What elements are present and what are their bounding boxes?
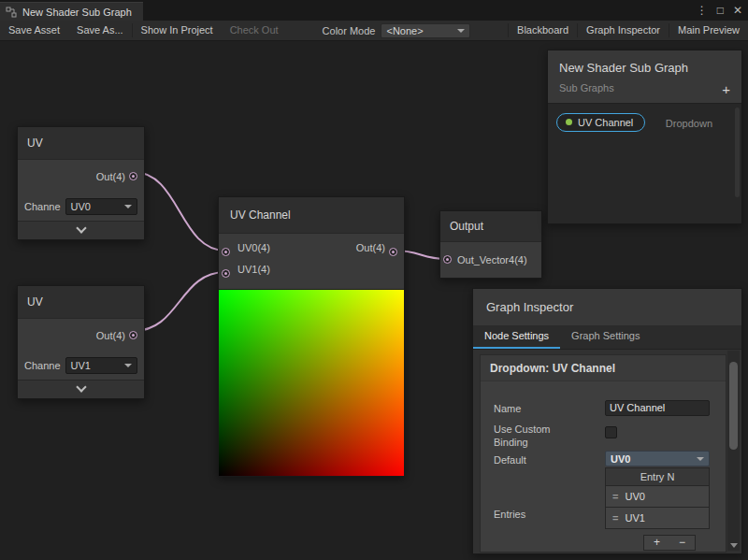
input-port-label: Out_Vector4(4) — [457, 254, 527, 266]
save-asset-button[interactable]: Save Asset — [0, 21, 68, 40]
default-dropdown[interactable]: UV0 — [605, 451, 710, 467]
entry-row-uv0[interactable]: = UV0 — [605, 486, 710, 508]
window-controls: ⋮ □ ✕ — [697, 0, 742, 21]
scrollbar-thumb[interactable] — [729, 362, 738, 450]
out-port-label: Out(4) — [96, 171, 125, 182]
entries-list-footer: + − — [643, 535, 696, 551]
node-uv-bottom[interactable]: UV Out(4) Channe UV1 — [17, 285, 145, 399]
output-port[interactable] — [389, 248, 397, 256]
node-uv-top[interactable]: UV Out(4) Channe UV0 — [17, 126, 145, 240]
color-mode-dropdown[interactable]: <None> — [381, 23, 470, 38]
window-tab[interactable]: New Shader Sub Graph — [0, 2, 143, 21]
main-preview-toggle-button[interactable]: Main Preview — [669, 21, 748, 40]
node-output-row: Out(4) — [18, 160, 144, 193]
node-title[interactable]: UV — [18, 127, 144, 160]
entry-row-uv1[interactable]: = UV1 — [605, 508, 710, 529]
drag-handle-icon[interactable]: = — [612, 491, 618, 502]
shader-graph-tab-icon — [6, 7, 17, 18]
input-port[interactable] — [443, 255, 452, 264]
input-port-label-uv0: UV0(4) — [237, 242, 270, 253]
collapse-preview-button[interactable] — [18, 380, 144, 398]
name-input[interactable]: UV Channel — [605, 400, 710, 416]
node-preview-image — [219, 289, 404, 476]
blackboard-item-type: Dropdown — [666, 118, 712, 129]
add-entry-button[interactable]: + — [644, 536, 669, 550]
channel-row: Channe UV0 — [18, 193, 144, 221]
blackboard-list: UV Channel Dropdown — [548, 104, 741, 224]
node-uv-channel[interactable]: UV Channel UV0(4) UV1(4) Out(4) — [218, 196, 405, 477]
blackboard-panel: New Shader Sub Graph Sub Graphs + UV Cha… — [547, 50, 742, 224]
entries-field-label: Entries — [494, 509, 525, 520]
channel-value: UV1 — [71, 360, 91, 371]
entry-label: UV0 — [625, 491, 644, 502]
tab-node-settings[interactable]: Node Settings — [473, 325, 560, 349]
blackboard-item-uv-channel[interactable]: UV Channel — [556, 113, 645, 132]
graph-toolbar: Save Asset Save As... Show In Project Ch… — [0, 21, 748, 41]
blackboard-toggle-button[interactable]: Blackboard — [509, 21, 577, 40]
blackboard-scrollbar[interactable] — [735, 108, 740, 197]
remove-entry-button[interactable]: − — [669, 536, 695, 550]
chevron-down-icon — [76, 381, 86, 392]
graph-inspector-toggle-button[interactable]: Graph Inspector — [578, 21, 669, 40]
exposed-dot-icon — [566, 119, 572, 125]
input-port-label-uv1: UV1(4) — [237, 264, 270, 275]
node-title[interactable]: UV — [18, 286, 144, 319]
color-mode-label: Color Mode — [317, 25, 381, 36]
blackboard-header[interactable]: New Shader Sub Graph Sub Graphs + — [548, 50, 741, 104]
entry-label: UV1 — [625, 512, 644, 524]
close-icon[interactable]: ✕ — [733, 4, 742, 17]
scrollbar-down-arrow-icon[interactable] — [730, 543, 738, 548]
output-port[interactable] — [129, 331, 137, 339]
toolbar-right-group: Blackboard Graph Inspector Main Preview — [508, 21, 748, 41]
node-input-row: Out_Vector4(4) — [440, 242, 541, 278]
node-output-row: Out(4) — [18, 319, 144, 352]
use-custom-binding-checkbox[interactable] — [605, 426, 617, 438]
node-title[interactable]: Output — [440, 211, 541, 242]
dropdown-arrow-icon — [697, 457, 704, 461]
blackboard-item-label: UV Channel — [578, 117, 633, 128]
dropdown-arrow-icon — [124, 364, 132, 367]
drag-handle-icon[interactable]: = — [612, 512, 618, 524]
window-tab-title: New Shader Sub Graph — [22, 7, 132, 18]
channel-dropdown[interactable]: UV0 — [65, 198, 137, 215]
unity-shader-graph-window: New Shader Sub Graph ⋮ □ ✕ Save Asset Sa… — [0, 0, 748, 560]
default-dropdown-value: UV0 — [611, 453, 630, 465]
input-port-uv1[interactable] — [222, 269, 230, 278]
dropdown-arrow-icon — [124, 205, 132, 208]
node-settings-content: Dropdown: UV Channel Name UV Channel Use… — [480, 354, 726, 553]
inspector-scrollbar[interactable] — [727, 351, 740, 551]
default-field-label: Default — [494, 454, 526, 466]
channel-label: Channe — [24, 360, 61, 371]
node-title[interactable]: UV Channel — [219, 197, 404, 234]
entries-list: Entry N = UV0 = UV1 — [605, 467, 710, 529]
node-output[interactable]: Output Out_Vector4(4) — [439, 210, 542, 279]
name-field-label: Name — [494, 403, 521, 414]
channel-dropdown[interactable]: UV1 — [65, 357, 137, 374]
node-port-area: UV0(4) UV1(4) Out(4) — [219, 234, 404, 289]
kebab-menu-icon[interactable]: ⋮ — [697, 4, 708, 17]
use-custom-binding-label: Use Custom Binding — [494, 423, 578, 449]
channel-label: Channe — [24, 201, 61, 212]
blackboard-title: New Shader Sub Graph — [559, 61, 730, 75]
out-port-label: Out(4) — [96, 330, 125, 341]
show-in-project-button[interactable]: Show In Project — [133, 21, 222, 40]
collapse-preview-button[interactable] — [18, 221, 144, 239]
settings-panel-title: Dropdown: UV Channel — [481, 355, 726, 381]
check-out-button: Check Out — [222, 21, 287, 40]
inspector-tab-bar: Node Settings Graph Settings — [473, 325, 741, 350]
input-port-uv0[interactable] — [222, 248, 230, 256]
graph-inspector-title[interactable]: Graph Inspector — [473, 289, 741, 325]
blackboard-subtitle: Sub Graphs — [559, 82, 730, 93]
dropdown-arrow-icon — [457, 29, 465, 33]
add-property-button[interactable]: + — [722, 83, 730, 96]
channel-value: UV0 — [71, 201, 91, 212]
maximize-icon[interactable]: □ — [717, 4, 724, 17]
entries-list-header: Entry N — [605, 467, 710, 486]
graph-inspector-panel: Graph Inspector Node Settings Graph Sett… — [472, 288, 742, 554]
save-as-button[interactable]: Save As... — [68, 21, 132, 40]
output-port[interactable] — [129, 172, 137, 180]
tab-graph-settings[interactable]: Graph Settings — [560, 325, 651, 349]
out-port-label: Out(4) — [356, 242, 385, 253]
color-mode-value: <None> — [386, 25, 423, 36]
chevron-down-icon — [76, 223, 86, 233]
